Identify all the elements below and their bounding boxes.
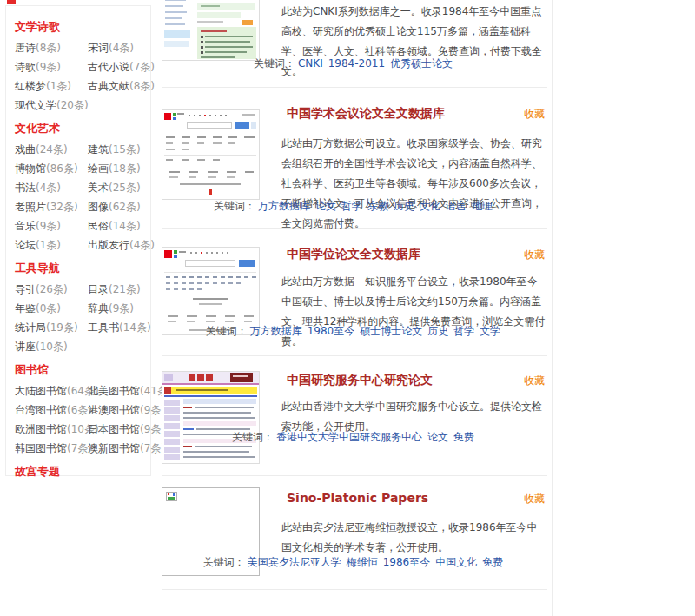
sidebar-category-link[interactable]: 日本图书馆(9条) [88, 423, 172, 435]
thumbnail-art [162, 248, 259, 334]
keywords-label: 关键词： [232, 431, 274, 443]
keyword-link[interactable]: 哲学 [341, 200, 362, 212]
sidebar-category-link[interactable]: 工具书(14条) [88, 321, 151, 334]
keyword-link[interactable]: 历史 [394, 200, 414, 212]
sidebar-links-culture-art: 戏曲(24条)建筑(15条)博物馆(86条)绘画(18条)书法(4条)美术(25… [15, 143, 150, 251]
favorite-link[interactable]: 收藏 [524, 374, 545, 387]
favorite-link[interactable]: 收藏 [524, 248, 545, 262]
sidebar-category-link[interactable]: 年鉴(0条) [15, 302, 86, 315]
sidebar-section-title-palace-special[interactable]: 故宫专题 [15, 464, 150, 480]
sidebar-category-link[interactable]: 民俗(14条) [88, 220, 155, 232]
sidebar-category-link[interactable]: 讲座(10条) [15, 341, 86, 353]
keywords-label: 关键词： [214, 200, 255, 212]
sidebar-category-link[interactable]: 美术(25条) [88, 182, 155, 194]
entry-description: 此站由万方数据—知识服务平台设立，收录1980年至今中国硕士、博士以及博士后论文… [281, 272, 547, 352]
sidebar-category-link[interactable]: 港澳图书馆(9条) [88, 404, 172, 416]
keyword-link[interactable]: 硕士博士论文 [360, 325, 422, 337]
keyword-link[interactable]: 1986至今 [383, 556, 431, 568]
sidebar-category-link[interactable]: 戏曲(24条) [15, 143, 86, 156]
entry-keywords: 关键词：香港中文大学中国研究服务中心论文免费 [162, 431, 547, 444]
keyword-link[interactable]: 1984-2011 [328, 57, 385, 70]
sidebar-category-link[interactable]: 博物馆(86条) [15, 162, 86, 175]
keyword-link[interactable]: 香港中文大学中国研究服务中心 [276, 431, 422, 443]
database-list: 此站为CNKI系列数据库之一。收录1984年至今中国重点高校、研究所的优秀硕士论… [162, 0, 553, 616]
sidebar-section-title-tools: 工具导航 [15, 261, 150, 276]
sidebar-category-link[interactable]: 大陆图书馆(64条) [15, 385, 86, 397]
keywords-label: 关键词： [206, 325, 248, 337]
thumbnail-art [162, 372, 259, 463]
sidebar-category-link[interactable]: 统计局(19条) [15, 321, 86, 334]
sidebar-category-link[interactable]: 现代文学(20条) [15, 99, 86, 111]
entry-title[interactable]: 中国学术会议论文全文数据库 [287, 106, 445, 121]
sidebar-category-link[interactable]: 古典文献(8条) [88, 80, 155, 92]
keyword-link[interactable]: 文化 [420, 200, 440, 212]
keyword-link[interactable]: 免费 [453, 431, 474, 443]
list-item: 中国研究服务中心研究论文 收藏 此站由香港中文大学中国研究服务中心设立。提供论文… [162, 356, 552, 475]
keyword-link[interactable]: 梅维恒 [347, 556, 378, 568]
list-item: 中国学术会议论文全文数据库 收藏 此站由万方数据公司设立。收录国家级学会、协会、… [162, 88, 552, 228]
keyword-link[interactable]: 论文 [427, 431, 448, 443]
sidebar-category-link[interactable]: 目录(21条) [88, 283, 151, 295]
keyword-link[interactable]: 1980至今 [308, 325, 355, 337]
sidebar-category-link[interactable]: 澳新图书馆(7条) [88, 442, 172, 454]
entry-title[interactable]: 中国研究服务中心研究论文 [287, 373, 433, 387]
keyword-link[interactable]: 美国宾夕法尼亚大学 [248, 556, 341, 568]
sidebar-category-link[interactable]: 绘画(18条) [88, 162, 155, 175]
keyword-link[interactable]: 地理 [472, 200, 493, 212]
sidebar-category-link[interactable]: 老照片(32条) [15, 201, 86, 213]
entry-thumbnail[interactable] [162, 371, 260, 464]
entry-thumbnail[interactable] [162, 247, 260, 335]
corner-red-marker [7, 0, 16, 4]
sidebar-category-link[interactable]: 音乐(9条) [15, 220, 86, 232]
sidebar-category-link[interactable]: 宋词(4条) [88, 42, 155, 54]
entry-description: 此站由万方数据公司设立。收录国家级学会、协会、研究会组织召开的全国性学术会议论文… [281, 134, 547, 234]
sidebar-category-link[interactable]: 台湾图书馆(6条) [15, 404, 86, 416]
thumbnail-art [162, 110, 259, 199]
keyword-link[interactable]: 哲学 [453, 325, 474, 337]
entry-thumbnail[interactable] [162, 0, 260, 61]
keyword-links: 万方数据库1980至今硕士博士论文历史哲学文学 [248, 325, 504, 337]
list-item: Sino-Platonic Papers 收藏 此站由宾夕法尼亚梅维恒教授设立，… [162, 476, 552, 589]
keyword-link[interactable]: 免费 [482, 556, 503, 568]
sidebar-category-link[interactable]: 书法(4条) [15, 182, 86, 194]
sidebar-category-link[interactable]: 图像(62条) [88, 201, 155, 213]
sidebar-section-title-literature: 文学诗歌 [15, 19, 150, 35]
keyword-link[interactable]: 万方数据库 [258, 200, 310, 212]
keyword-link[interactable]: CNKI [298, 57, 323, 70]
sidebar-category-link[interactable]: 北美图书馆(41条) [88, 385, 172, 397]
sidebar-category-link[interactable]: 韩国图书馆(7条) [15, 442, 86, 454]
keyword-link[interactable]: 中国文化 [435, 556, 477, 568]
keyword-link[interactable]: 万方数据库 [250, 325, 302, 337]
keywords-label: 关键词： [254, 57, 295, 70]
sidebar-links-literature: 唐诗(8条)宋词(4条)诗歌(9条)古代小说(7条)红楼梦(1条)古典文献(8条… [15, 42, 150, 111]
list-item: 中国学位论文全文数据库 收藏 此站由万方数据—知识服务平台设立，收录1980年至… [162, 229, 552, 355]
sidebar-section-title-culture-art: 文化艺术 [15, 121, 150, 136]
keyword-link[interactable]: 文学 [480, 325, 500, 337]
keyword-link[interactable]: 语言 [446, 200, 467, 212]
keyword-link[interactable]: 宗教 [367, 200, 388, 212]
entry-title[interactable]: Sino-Platonic Papers [287, 491, 428, 506]
thumbnail-art [162, 0, 259, 60]
keyword-links: 万方数据库论文哲学宗教历史文化语言地理 [255, 200, 495, 212]
sidebar-category-link[interactable]: 红楼梦(1条) [15, 80, 86, 92]
sidebar-category-link[interactable]: 导引(26条) [15, 283, 86, 295]
sidebar-links-tools: 导引(26条)目录(21条)年鉴(0条)辞典(9条)统计局(19条)工具书(14… [15, 283, 150, 353]
favorite-link[interactable]: 收藏 [524, 493, 545, 506]
favorite-link[interactable]: 收藏 [524, 108, 545, 121]
entry-keywords: 关键词：美国宾夕法尼亚大学梅维恒1986至今中国文化免费 [162, 556, 547, 569]
category-sidebar: 文学诗歌 唐诗(8条)宋词(4条)诗歌(9条)古代小说(7条)红楼梦(1条)古典… [5, 5, 151, 476]
sidebar-category-link[interactable]: 辞典(9条) [88, 302, 151, 315]
entry-title[interactable]: 中国学位论文全文数据库 [287, 247, 420, 262]
sidebar-category-link[interactable]: 出版发行(4条) [88, 239, 155, 251]
keyword-link[interactable]: 优秀硕士论文 [390, 57, 453, 70]
sidebar-category-link[interactable]: 欧洲图书馆(10条) [15, 423, 86, 435]
sidebar-category-link[interactable]: 唐诗(8条) [15, 42, 86, 54]
entry-thumbnail[interactable] [162, 109, 260, 200]
keyword-link[interactable]: 历史 [427, 325, 448, 337]
keyword-link[interactable]: 论文 [315, 200, 336, 212]
sidebar-category-link[interactable]: 论坛(1条) [15, 239, 86, 251]
sidebar-category-link[interactable]: 诗歌(9条) [15, 61, 86, 73]
sidebar-category-link[interactable]: 古代小说(7条) [88, 61, 155, 73]
sidebar-category-link[interactable]: 建筑(15条) [88, 143, 155, 156]
entry-divider [162, 589, 547, 590]
